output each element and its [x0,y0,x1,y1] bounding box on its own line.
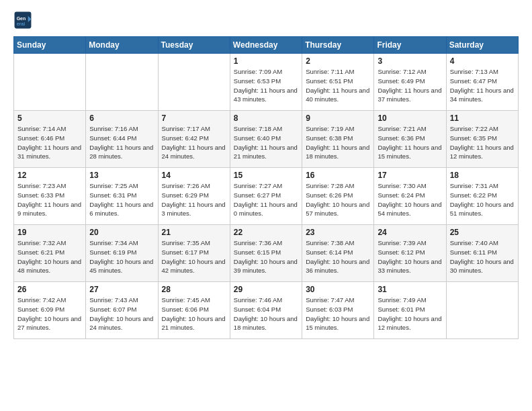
week-row-1: 1Sunrise: 7:09 AMSunset: 6:53 PMDaylight… [14,54,519,111]
day-number: 8 [234,113,298,123]
calendar-cell: 11Sunrise: 7:22 AMSunset: 6:35 PMDayligh… [446,111,518,168]
calendar-cell: 17Sunrise: 7:30 AMSunset: 6:24 PMDayligh… [374,168,446,225]
day-info: Sunrise: 7:47 AMSunset: 6:03 PMDaylight:… [306,295,370,332]
day-number: 10 [378,113,442,123]
calendar-cell: 27Sunrise: 7:43 AMSunset: 6:07 PMDayligh… [86,282,158,339]
calendar-cell: 31Sunrise: 7:49 AMSunset: 6:01 PMDayligh… [374,282,446,339]
weekday-header-wednesday: Wednesday [230,37,302,54]
day-info: Sunrise: 7:13 AMSunset: 6:47 PMDaylight:… [450,67,515,104]
day-number: 14 [162,171,226,180]
day-info: Sunrise: 7:45 AMSunset: 6:06 PMDaylight:… [162,295,226,332]
weekday-header-row: SundayMondayTuesdayWednesdayThursdayFrid… [14,37,519,54]
logo: Gen eral [13,11,35,30]
calendar-cell: 25Sunrise: 7:40 AMSunset: 6:11 PMDayligh… [446,225,518,282]
day-info: Sunrise: 7:09 AMSunset: 6:53 PMDaylight:… [234,67,298,104]
day-number: 21 [162,228,226,237]
calendar-cell: 28Sunrise: 7:45 AMSunset: 6:06 PMDayligh… [158,282,230,339]
day-number: 4 [450,56,515,66]
day-info: Sunrise: 7:26 AMSunset: 6:29 PMDaylight:… [162,181,226,218]
day-info: Sunrise: 7:35 AMSunset: 6:17 PMDaylight:… [162,238,226,275]
day-info: Sunrise: 7:39 AMSunset: 6:12 PMDaylight:… [378,238,442,275]
calendar-cell: 12Sunrise: 7:23 AMSunset: 6:33 PMDayligh… [14,168,86,225]
day-number: 17 [378,171,442,180]
day-number: 29 [234,285,298,294]
calendar-cell: 20Sunrise: 7:34 AMSunset: 6:19 PMDayligh… [86,225,158,282]
day-info: Sunrise: 7:30 AMSunset: 6:24 PMDaylight:… [378,181,442,218]
day-info: Sunrise: 7:19 AMSunset: 6:38 PMDaylight:… [306,124,370,161]
day-info: Sunrise: 7:46 AMSunset: 6:04 PMDaylight:… [234,295,298,332]
calendar-cell: 4Sunrise: 7:13 AMSunset: 6:47 PMDaylight… [446,54,518,111]
day-number: 20 [89,228,154,237]
day-info: Sunrise: 7:40 AMSunset: 6:11 PMDaylight:… [450,238,515,275]
day-number: 24 [378,228,442,237]
day-number: 13 [89,171,154,180]
day-info: Sunrise: 7:38 AMSunset: 6:14 PMDaylight:… [306,238,370,275]
day-number: 28 [162,285,226,294]
day-number: 6 [89,113,154,123]
day-number: 1 [234,56,298,66]
calendar-cell [86,54,158,111]
calendar-cell: 29Sunrise: 7:46 AMSunset: 6:04 PMDayligh… [230,282,302,339]
calendar-cell: 24Sunrise: 7:39 AMSunset: 6:12 PMDayligh… [374,225,446,282]
day-info: Sunrise: 7:31 AMSunset: 6:22 PMDaylight:… [450,181,515,218]
calendar-cell: 30Sunrise: 7:47 AMSunset: 6:03 PMDayligh… [302,282,374,339]
day-number: 27 [89,285,154,294]
calendar-cell: 22Sunrise: 7:36 AMSunset: 6:15 PMDayligh… [230,225,302,282]
day-info: Sunrise: 7:34 AMSunset: 6:19 PMDaylight:… [89,238,154,275]
calendar-cell: 13Sunrise: 7:25 AMSunset: 6:31 PMDayligh… [86,168,158,225]
day-info: Sunrise: 7:49 AMSunset: 6:01 PMDaylight:… [378,295,442,332]
day-number: 5 [17,113,82,123]
weekday-header-friday: Friday [374,37,446,54]
svg-text:eral: eral [17,21,26,26]
calendar: SundayMondayTuesdayWednesdayThursdayFrid… [13,36,519,339]
day-info: Sunrise: 7:25 AMSunset: 6:31 PMDaylight:… [89,181,154,218]
header: Gen eral [13,11,519,30]
week-row-4: 19Sunrise: 7:32 AMSunset: 6:21 PMDayligh… [14,225,519,282]
day-number: 7 [162,113,226,123]
calendar-cell: 10Sunrise: 7:21 AMSunset: 6:36 PMDayligh… [374,111,446,168]
calendar-cell: 15Sunrise: 7:27 AMSunset: 6:27 PMDayligh… [230,168,302,225]
day-info: Sunrise: 7:11 AMSunset: 6:51 PMDaylight:… [306,67,370,104]
week-row-3: 12Sunrise: 7:23 AMSunset: 6:33 PMDayligh… [14,168,519,225]
day-number: 22 [234,228,298,237]
day-info: Sunrise: 7:18 AMSunset: 6:40 PMDaylight:… [234,124,298,161]
day-number: 23 [306,228,370,237]
day-info: Sunrise: 7:21 AMSunset: 6:36 PMDaylight:… [378,124,442,161]
day-number: 19 [17,228,82,237]
calendar-cell [14,54,86,111]
day-info: Sunrise: 7:12 AMSunset: 6:49 PMDaylight:… [378,67,442,104]
calendar-cell [446,282,518,339]
day-info: Sunrise: 7:28 AMSunset: 6:26 PMDaylight:… [306,181,370,218]
calendar-cell: 14Sunrise: 7:26 AMSunset: 6:29 PMDayligh… [158,168,230,225]
weekday-header-monday: Monday [86,37,158,54]
day-number: 25 [450,228,515,237]
day-info: Sunrise: 7:17 AMSunset: 6:42 PMDaylight:… [162,124,226,161]
day-number: 15 [234,171,298,180]
calendar-cell: 7Sunrise: 7:17 AMSunset: 6:42 PMDaylight… [158,111,230,168]
day-number: 31 [378,285,442,294]
weekday-header-thursday: Thursday [302,37,374,54]
calendar-cell: 23Sunrise: 7:38 AMSunset: 6:14 PMDayligh… [302,225,374,282]
day-number: 12 [17,171,82,180]
weekday-header-sunday: Sunday [14,37,86,54]
calendar-cell: 19Sunrise: 7:32 AMSunset: 6:21 PMDayligh… [14,225,86,282]
day-info: Sunrise: 7:16 AMSunset: 6:44 PMDaylight:… [89,124,154,161]
logo-icon: Gen eral [13,11,32,30]
calendar-cell: 8Sunrise: 7:18 AMSunset: 6:40 PMDaylight… [230,111,302,168]
calendar-cell: 21Sunrise: 7:35 AMSunset: 6:17 PMDayligh… [158,225,230,282]
day-info: Sunrise: 7:36 AMSunset: 6:15 PMDaylight:… [234,238,298,275]
day-info: Sunrise: 7:42 AMSunset: 6:09 PMDaylight:… [17,295,82,332]
day-info: Sunrise: 7:43 AMSunset: 6:07 PMDaylight:… [89,295,154,332]
day-number: 26 [17,285,82,294]
calendar-cell: 26Sunrise: 7:42 AMSunset: 6:09 PMDayligh… [14,282,86,339]
day-info: Sunrise: 7:23 AMSunset: 6:33 PMDaylight:… [17,181,82,218]
weekday-header-tuesday: Tuesday [158,37,230,54]
day-number: 9 [306,113,370,123]
calendar-cell: 5Sunrise: 7:14 AMSunset: 6:46 PMDaylight… [14,111,86,168]
day-number: 18 [450,171,515,180]
day-number: 2 [306,56,370,66]
calendar-cell: 16Sunrise: 7:28 AMSunset: 6:26 PMDayligh… [302,168,374,225]
calendar-cell: 2Sunrise: 7:11 AMSunset: 6:51 PMDaylight… [302,54,374,111]
calendar-cell: 3Sunrise: 7:12 AMSunset: 6:49 PMDaylight… [374,54,446,111]
day-info: Sunrise: 7:22 AMSunset: 6:35 PMDaylight:… [450,124,515,161]
